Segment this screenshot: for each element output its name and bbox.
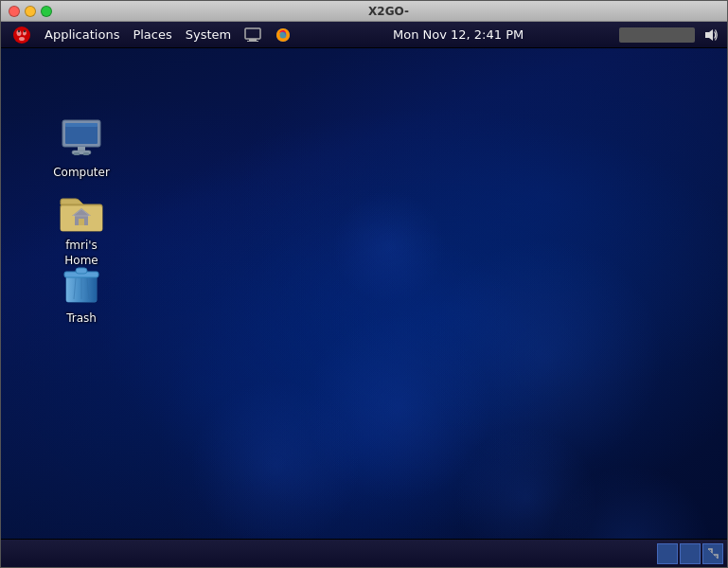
svg-point-0 [13, 27, 30, 44]
workspace-button-3[interactable] [702, 543, 723, 564]
firefox-button[interactable] [269, 25, 297, 45]
gnome-menu-button[interactable] [7, 24, 37, 46]
computer-label: Computer [47, 166, 115, 181]
svg-rect-17 [74, 152, 80, 155]
svg-rect-15 [78, 147, 85, 151]
display-settings-button[interactable] [239, 26, 267, 44]
svg-point-10 [280, 31, 287, 38]
svg-rect-23 [79, 219, 84, 225]
taskbar-left: Applications Places System [7, 24, 297, 46]
svg-rect-28 [76, 268, 87, 274]
home-folder-icon-image [59, 189, 104, 235]
taskbar: Applications Places System [1, 22, 727, 48]
network-status-bar [619, 27, 695, 43]
desktop: Computer fmri' [1, 48, 727, 539]
volume-button[interactable] [701, 26, 721, 44]
svg-point-5 [24, 29, 26, 31]
computer-icon-image [59, 116, 104, 162]
gnome-icon [12, 26, 31, 44]
places-menu[interactable]: Places [127, 26, 177, 44]
traffic-lights [9, 6, 52, 17]
svg-point-4 [18, 29, 20, 31]
trash-icon-image [59, 262, 104, 308]
close-button[interactable] [9, 6, 20, 17]
window-frame: X2GO- Applications Places [0, 0, 728, 568]
system-menu[interactable]: System [180, 26, 237, 44]
title-bar: X2GO- [1, 1, 727, 22]
svg-rect-18 [83, 152, 89, 155]
maximize-button[interactable] [41, 6, 52, 17]
svg-point-3 [19, 37, 25, 41]
display-icon [244, 27, 261, 43]
svg-rect-8 [247, 41, 258, 42]
trash-icon[interactable]: Trash [44, 258, 119, 330]
svg-rect-6 [245, 28, 260, 39]
clock-display: Mon Nov 12, 2:41 PM [393, 27, 524, 42]
window-title: X2GO- [58, 5, 719, 18]
workspace-button-1[interactable] [657, 543, 678, 564]
computer-icon[interactable]: Computer [44, 113, 119, 185]
taskbar-center: Mon Nov 12, 2:41 PM [297, 27, 619, 42]
system-label: System [186, 27, 231, 42]
minimize-button[interactable] [25, 6, 36, 17]
firefox-icon [275, 27, 292, 44]
volume-icon [703, 27, 719, 43]
applications-label: Applications [44, 27, 119, 42]
expand-icon [707, 548, 719, 559]
workspace-button-2[interactable] [680, 543, 701, 564]
svg-rect-14 [65, 123, 98, 127]
places-label: Places [133, 27, 171, 42]
taskbar-right [619, 26, 721, 44]
bottom-bar [1, 539, 727, 567]
svg-rect-7 [249, 39, 257, 41]
applications-menu[interactable]: Applications [39, 26, 125, 44]
svg-line-32 [708, 549, 718, 559]
trash-label: Trash [47, 311, 115, 327]
svg-marker-11 [705, 29, 713, 41]
